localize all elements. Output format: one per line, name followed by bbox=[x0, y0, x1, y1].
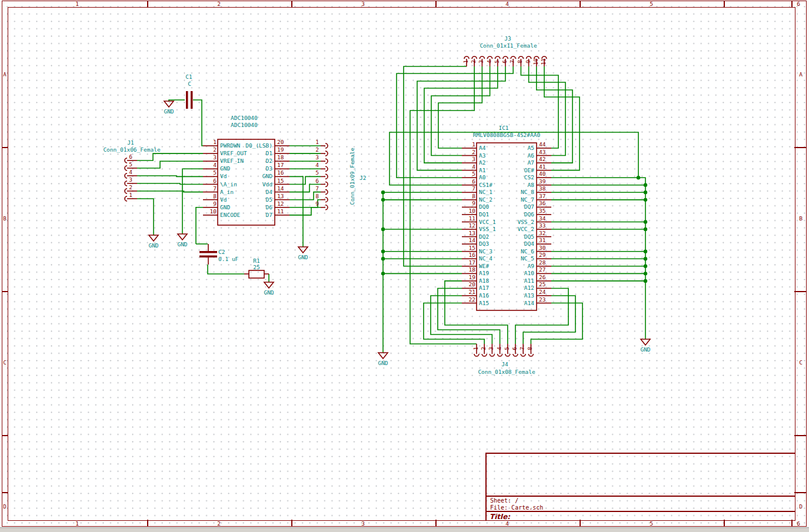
frame-row-label: A bbox=[799, 72, 803, 78]
pin-number: 21 bbox=[462, 289, 475, 295]
gnd-label: GND bbox=[164, 109, 174, 115]
frame-row-label: D bbox=[799, 504, 803, 510]
pin-number: 24 bbox=[539, 289, 545, 295]
pin-number: 22 bbox=[462, 297, 475, 303]
pin-number: 8 bbox=[527, 347, 533, 350]
pin-number: 13 bbox=[462, 230, 475, 236]
pin-number: 14 bbox=[462, 237, 475, 243]
pin-number: 19 bbox=[462, 275, 475, 280]
pin-name: NC_7 bbox=[479, 197, 534, 203]
pin-number: 16 bbox=[277, 170, 284, 176]
pin-name: A10 bbox=[479, 270, 534, 276]
frame-row-label: B bbox=[799, 216, 803, 222]
pin-number: 9 bbox=[525, 60, 531, 63]
frame-column-label: 1 bbox=[75, 1, 79, 7]
pin-number: 6 bbox=[502, 60, 508, 63]
pin-number: 4 bbox=[487, 60, 492, 63]
pin-name: A13 bbox=[479, 293, 534, 299]
pin-number: 16 bbox=[462, 252, 475, 258]
pin-number: 33 bbox=[539, 223, 545, 229]
pin-number: 38 bbox=[539, 186, 545, 192]
component-value: 0.1 uF bbox=[218, 256, 238, 262]
pin-number: 17 bbox=[277, 162, 284, 168]
pin-number: 2 bbox=[306, 147, 319, 153]
pin-number: 41 bbox=[539, 164, 545, 170]
frame-tick bbox=[724, 520, 725, 526]
frame-tick bbox=[791, 520, 793, 526]
pin-number: 3 bbox=[129, 177, 132, 183]
frame-column-label: 2 bbox=[217, 521, 221, 527]
pin-name: NC_8 bbox=[479, 189, 534, 195]
pin-number: 6 bbox=[129, 154, 132, 160]
frame-tick bbox=[580, 1, 581, 7]
component-ref: J1 bbox=[127, 140, 134, 146]
titleblock-sheet: Sheet: / bbox=[490, 497, 518, 504]
pin-number: 11 bbox=[462, 216, 475, 222]
title-block-divider2 bbox=[485, 511, 795, 512]
pin-number: 35 bbox=[539, 208, 545, 214]
pin-name: VSS_2 bbox=[479, 219, 534, 225]
pin-number: 8 bbox=[462, 193, 475, 199]
pin-name: D4 bbox=[220, 189, 272, 195]
pin-name: DQ4 bbox=[479, 241, 534, 247]
pin-number: 26 bbox=[539, 275, 545, 280]
pin-name: A12 bbox=[479, 285, 534, 291]
pin-number: 10 bbox=[462, 208, 475, 214]
frame-tick bbox=[794, 435, 806, 436]
frame-column-label: 2 bbox=[217, 1, 221, 7]
component-value: RMLV0808BGSB-4S2#AA0 bbox=[473, 132, 540, 138]
pin-number: 6 bbox=[462, 179, 475, 185]
pin-name: D7 bbox=[220, 212, 272, 218]
pin-number: 1 bbox=[306, 139, 319, 145]
frame-column-label: 6 bbox=[797, 1, 800, 7]
pin-number: 8 bbox=[517, 60, 523, 63]
pin-name: D6 bbox=[220, 205, 272, 210]
component-ref: J4 bbox=[501, 362, 508, 367]
frame-column-label: 3 bbox=[361, 1, 365, 7]
frame-tick bbox=[794, 291, 806, 292]
pin-number: 5 bbox=[462, 171, 475, 177]
pin-number: 15 bbox=[462, 245, 475, 251]
frame-tick bbox=[2, 435, 8, 436]
pin-number: 5 bbox=[129, 162, 132, 168]
title-block-left-line bbox=[485, 453, 487, 520]
pin-number: 6 bbox=[203, 178, 217, 184]
pin-number: 2 bbox=[471, 60, 477, 63]
pin-number: 29 bbox=[539, 252, 545, 258]
pin-number: 18 bbox=[462, 267, 475, 273]
pin-name: A5 bbox=[479, 145, 534, 151]
pin-name: A9 bbox=[479, 263, 534, 269]
pin-number: 7 bbox=[520, 347, 525, 350]
pin-name: A8 bbox=[479, 182, 534, 188]
pin-number: 2 bbox=[203, 147, 217, 153]
titleblock-title: Title: bbox=[490, 513, 510, 521]
pin-name: D5 bbox=[220, 197, 272, 203]
component-ref: R1 bbox=[253, 258, 259, 264]
frame-tick bbox=[791, 1, 793, 7]
pin-number: 1 bbox=[203, 139, 217, 145]
pin-number: 5 bbox=[494, 60, 500, 63]
frame-tick bbox=[291, 1, 292, 7]
gnd-label: GND bbox=[298, 255, 308, 260]
component-value: Conn_01x11_Female bbox=[480, 43, 537, 49]
gnd-label: GND bbox=[640, 347, 650, 353]
pin-number: 32 bbox=[539, 230, 545, 236]
frame-tick bbox=[580, 520, 581, 526]
pin-name: D0_(LSB) bbox=[220, 143, 272, 149]
pin-number: 7 bbox=[203, 186, 217, 192]
pin-number: 4 bbox=[129, 169, 132, 175]
pin-number: 9 bbox=[306, 201, 319, 207]
gnd-label: GND bbox=[264, 290, 274, 296]
component-ref: C1 bbox=[185, 74, 192, 80]
frame-inner bbox=[8, 7, 795, 521]
pin-number: 23 bbox=[539, 297, 545, 303]
schematic-canvas[interactable]: Sheet: / File: Carte.sch Title: 1PWRDWN2… bbox=[0, 0, 809, 527]
pin-number: 10 bbox=[533, 58, 539, 65]
pin-number: 19 bbox=[277, 147, 284, 153]
pin-number: 4 bbox=[497, 347, 502, 350]
frame-tick bbox=[2, 147, 8, 148]
frame-tick bbox=[724, 1, 725, 7]
frame-tick bbox=[794, 492, 806, 493]
pin-number: 3 bbox=[203, 155, 217, 160]
pin-name: D3 bbox=[220, 166, 272, 172]
